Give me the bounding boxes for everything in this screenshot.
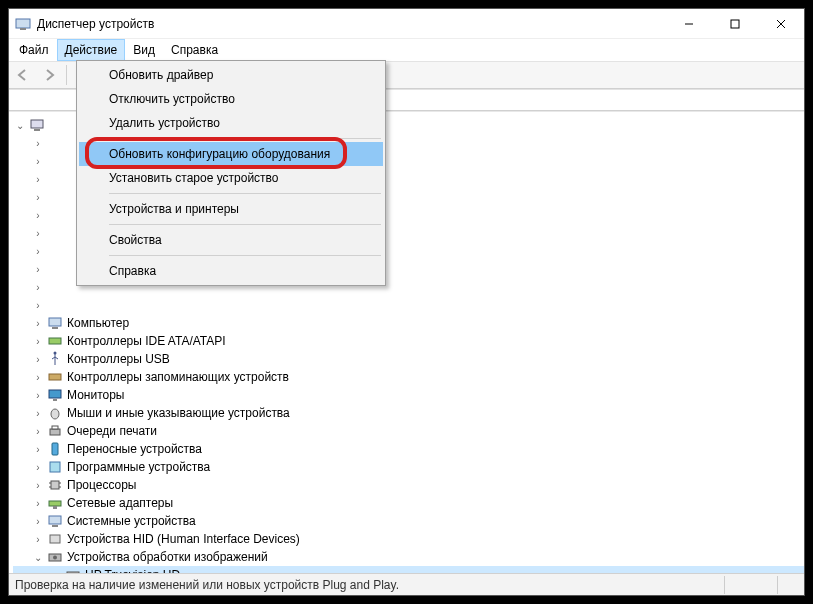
menu-update-driver[interactable]: Обновить драйвер: [79, 63, 383, 87]
menu-scan-hardware[interactable]: Обновить конфигурацию оборудования: [79, 142, 383, 166]
svg-rect-29: [52, 525, 58, 527]
svg-point-12: [54, 352, 57, 355]
menu-properties[interactable]: Свойства: [79, 228, 383, 252]
menu-help[interactable]: Справка: [79, 259, 383, 283]
svg-rect-9: [49, 318, 61, 326]
expand-icon[interactable]: [31, 462, 45, 473]
tree-node-software[interactable]: Программные устройства: [13, 458, 804, 476]
cpu-icon: [47, 477, 63, 493]
svg-point-16: [51, 409, 59, 419]
tree-label: Контроллеры запоминающих устройств: [67, 370, 289, 384]
maximize-button[interactable]: [712, 9, 758, 39]
expand-icon[interactable]: [31, 354, 45, 365]
computer-icon: [47, 315, 63, 331]
expand-icon[interactable]: [31, 336, 45, 347]
expand-icon[interactable]: [31, 426, 45, 437]
tree-node-camera[interactable]: HP Truevision HD: [13, 566, 804, 573]
expand-icon[interactable]: [31, 228, 45, 239]
minimize-button[interactable]: [666, 9, 712, 39]
expand-icon[interactable]: [31, 480, 45, 491]
tree-node-print[interactable]: Очереди печати: [13, 422, 804, 440]
expand-icon[interactable]: [31, 498, 45, 509]
storage-icon: [47, 369, 63, 385]
forward-button[interactable]: [37, 63, 61, 87]
expand-icon[interactable]: [31, 246, 45, 257]
svg-rect-1: [20, 28, 26, 30]
svg-rect-18: [52, 426, 58, 429]
tree-node-hid[interactable]: Устройства HID (Human Interface Devices): [13, 530, 804, 548]
expand-icon[interactable]: [31, 174, 45, 185]
tree-node-system[interactable]: Системные устройства: [13, 512, 804, 530]
status-divider: [777, 576, 778, 594]
menu-devices-printers[interactable]: Устройства и принтеры: [79, 197, 383, 221]
menu-disable-device[interactable]: Отключить устройство: [79, 87, 383, 111]
expand-icon[interactable]: [31, 552, 45, 563]
tree-node-network[interactable]: Сетевые адаптеры: [13, 494, 804, 512]
menu-add-legacy[interactable]: Установить старое устройство: [79, 166, 383, 190]
tree-label: HP Truevision HD: [85, 568, 180, 573]
svg-rect-28: [49, 516, 61, 524]
menu-uninstall-device[interactable]: Удалить устройство: [79, 111, 383, 135]
tree-label: Контроллеры IDE ATA/ATAPI: [67, 334, 226, 348]
tree-label: Мониторы: [67, 388, 124, 402]
svg-rect-26: [49, 501, 61, 506]
usb-icon: [47, 351, 63, 367]
svg-rect-0: [16, 19, 30, 28]
title-bar[interactable]: Диспетчер устройств: [9, 9, 804, 39]
expand-icon[interactable]: [31, 318, 45, 329]
svg-rect-15: [53, 399, 57, 401]
expand-icon[interactable]: [31, 210, 45, 221]
tree-label: Программные устройства: [67, 460, 210, 474]
expand-icon[interactable]: [31, 156, 45, 167]
status-divider: [724, 576, 725, 594]
tree-label: Сетевые адаптеры: [67, 496, 173, 510]
close-button[interactable]: [758, 9, 804, 39]
toolbar-separator: [66, 65, 67, 85]
expand-icon[interactable]: [31, 138, 45, 149]
hid-icon: [47, 531, 63, 547]
tree-node-processors[interactable]: Процессоры: [13, 476, 804, 494]
menu-file[interactable]: Файл: [11, 39, 57, 61]
expand-icon[interactable]: [31, 444, 45, 455]
computer-root-icon: [29, 117, 45, 133]
menu-help[interactable]: Справка: [163, 39, 226, 61]
back-button[interactable]: [11, 63, 35, 87]
tree-node[interactable]: [13, 296, 804, 314]
expand-icon[interactable]: [31, 372, 45, 383]
menu-separator: [109, 193, 381, 194]
menu-separator: [109, 138, 381, 139]
svg-rect-7: [31, 120, 43, 128]
menu-action[interactable]: Действие: [57, 39, 126, 61]
tree-label: Системные устройства: [67, 514, 196, 528]
tree-node-mice[interactable]: Мыши и иные указывающие устройства: [13, 404, 804, 422]
tree-node-monitors[interactable]: Мониторы: [13, 386, 804, 404]
expand-icon[interactable]: [31, 534, 45, 545]
svg-rect-21: [51, 481, 59, 489]
svg-rect-3: [731, 20, 739, 28]
expand-icon[interactable]: [31, 408, 45, 419]
expand-icon[interactable]: [31, 516, 45, 527]
expand-icon[interactable]: [31, 390, 45, 401]
tree-label: Компьютер: [67, 316, 129, 330]
expand-icon[interactable]: [31, 282, 45, 293]
tree-node-ide[interactable]: Контроллеры IDE ATA/ATAPI: [13, 332, 804, 350]
svg-point-32: [53, 556, 57, 560]
monitor-icon: [47, 387, 63, 403]
expand-icon[interactable]: [31, 300, 45, 311]
tree-node-portable[interactable]: Переносные устройства: [13, 440, 804, 458]
camera-icon: [65, 567, 81, 573]
tree-label: Устройства HID (Human Interface Devices): [67, 532, 300, 546]
tree-label: Мыши и иные указывающие устройства: [67, 406, 290, 420]
svg-rect-10: [52, 327, 58, 329]
svg-rect-19: [52, 443, 58, 455]
menu-view[interactable]: Вид: [125, 39, 163, 61]
tree-node-imaging[interactable]: Устройства обработки изображений: [13, 548, 804, 566]
tree-node-storage[interactable]: Контроллеры запоминающих устройств: [13, 368, 804, 386]
tree-node-usb[interactable]: Контроллеры USB: [13, 350, 804, 368]
expand-icon[interactable]: [31, 192, 45, 203]
expand-icon[interactable]: [13, 120, 27, 131]
expand-icon[interactable]: [31, 264, 45, 275]
portable-icon: [47, 441, 63, 457]
tree-node-computer[interactable]: Компьютер: [13, 314, 804, 332]
svg-rect-8: [34, 129, 40, 131]
